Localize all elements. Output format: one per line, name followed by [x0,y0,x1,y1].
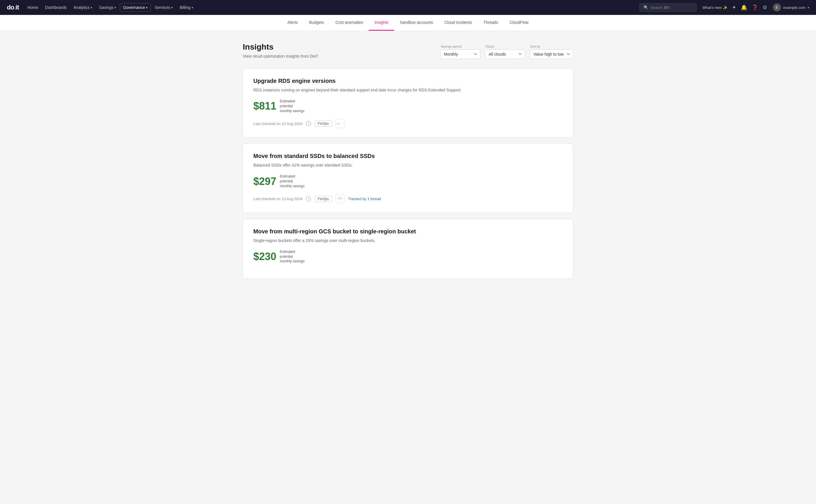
thread-link-2[interactable]: Tracked by 1 thread [348,197,381,201]
page-title: Insights [243,42,319,52]
subnav-budgets[interactable]: Budgets [304,15,330,31]
savings-row-3: $230 Estimated potentialmonthly savings [253,249,563,264]
nav-home[interactable]: Home [24,3,41,11]
savings-period-label: Savings period [440,45,480,48]
savings-period-filter: Savings period Monthly Yearly [440,45,480,59]
sub-navigation: Alerts Budgets Cost anomalies Insights S… [0,15,816,31]
insight-card-1: Upgrade RDS engine versions RDS instance… [243,68,573,138]
card-footer-1: Last checked on 13 Aug 2024 i FinOps aws [253,119,563,128]
filters-section: Savings period Monthly Yearly Cloud All … [440,45,573,59]
nav-analytics[interactable]: Analytics ▾ [71,3,95,11]
billing-arrow-icon: ▾ [192,6,193,9]
page-header-section: Insights View cloud optimization Insight… [243,42,573,59]
insight-card-3: Move from multi-region GCS bucket to sin… [243,219,573,279]
savings-row-1: $811 Estimated potentialmonthly savings [253,99,563,113]
search-box[interactable]: 🔍 Search ⌘K [639,3,697,12]
savings-amount-1: $811 [253,100,276,112]
sort-by-label: Sort by [530,45,573,48]
gcp-badge-2 [335,194,345,204]
savings-amount-3: $230 [253,251,276,263]
help-icon[interactable]: ❓ [752,4,758,11]
user-menu[interactable]: E example.com ▾ [773,3,809,11]
top-navigation: do.it Home Dashboards Analytics ▾ Saving… [0,0,816,15]
insight-title-2: Move from standard SSDs to balanced SSDs [253,153,563,159]
services-arrow-icon: ▾ [171,6,173,9]
nav-icons: What's new ✨ ✦ 🔔 ❓ ⚙ E example.com ▾ [702,3,809,11]
search-icon: 🔍 [644,5,649,10]
subnav-sandbox-accounts[interactable]: Sandbox accounts [394,15,439,31]
page-header-left: Insights View cloud optimization Insight… [243,42,319,58]
savings-row-2: $297 Estimated potentialmonthly savings [253,174,563,188]
analytics-arrow-icon: ▾ [91,6,92,9]
nav-governance[interactable]: Governance ▾ [120,3,151,12]
subnav-cloudflow[interactable]: CloudFlow [504,15,534,31]
savings-label-1: Estimated potentialmonthly savings [280,99,309,113]
info-icon-2[interactable]: i [306,196,311,202]
sparkle-icon: ✨ [723,5,727,10]
insight-desc-3: Single-region buckets offer a 33% saving… [253,238,563,244]
nav-billing[interactable]: Billing ▾ [177,3,196,11]
insight-title-1: Upgrade RDS engine versions [253,78,563,84]
subnav-cloud-incidents[interactable]: Cloud incidents [439,15,478,31]
user-arrow-icon: ▾ [808,6,809,9]
insight-desc-1: RDS instances running on engines beyond … [253,87,563,93]
page-subtitle: View cloud optimization Insights from Do… [243,54,319,58]
savings-arrow-icon: ▾ [114,6,116,9]
info-icon-1[interactable]: i [306,121,311,126]
settings-icon[interactable]: ⚙ [763,4,767,11]
savings-label-2: Estimated potentialmonthly savings [280,174,309,188]
savings-amount-2: $297 [253,175,276,187]
magic-icon[interactable]: ✦ [732,4,736,11]
sort-by-select[interactable]: Value high to low Value low to high Newe… [530,49,573,59]
subnav-alerts[interactable]: Alerts [282,15,304,31]
subnav-insights[interactable]: Insights [369,15,394,31]
search-placeholder: Search ⌘K [651,5,670,10]
svg-point-2 [339,198,341,200]
bell-icon[interactable]: 🔔 [741,4,747,11]
avatar: E [773,3,781,11]
insight-title-3: Move from multi-region GCS bucket to sin… [253,228,563,235]
nav-savings[interactable]: Savings ▾ [96,3,119,11]
cloud-select[interactable]: All clouds AWS GCP Azure [485,49,525,59]
subnav-threads[interactable]: Threads [478,15,504,31]
insight-desc-2: Balanced SSDs offer 41% savings over sta… [253,162,563,168]
nav-services[interactable]: Services ▾ [152,3,175,11]
last-checked-2: Last checked on 13 Aug 2024 [253,197,302,201]
whats-new-button[interactable]: What's new ✨ [702,5,727,10]
insight-card-2: Move from standard SSDs to balanced SSDs… [243,143,573,213]
sort-by-filter: Sort by Value high to low Value low to h… [530,45,573,59]
governance-arrow-icon: ▾ [146,6,147,9]
cloud-label: Cloud [485,45,525,48]
main-content: Insights View cloud optimization Insight… [236,31,580,296]
svg-text:aws: aws [337,123,340,124]
card-footer-2: Last checked on 13 Aug 2024 i FinOps Tra… [253,194,563,204]
aws-badge-1: aws [335,119,345,128]
savings-period-select[interactable]: Monthly Yearly [440,49,480,59]
savings-label-3: Estimated potentialmonthly savings [280,249,309,264]
subnav-cost-anomalies[interactable]: Cost anomalies [330,15,369,31]
nav-dashboards[interactable]: Dashboards [42,3,70,11]
last-checked-1: Last checked on 13 Aug 2024 [253,122,302,126]
logo[interactable]: do.it [7,4,19,11]
finops-tag-1: FinOps [315,120,332,127]
finops-tag-2: FinOps [315,196,332,202]
cloud-filter: Cloud All clouds AWS GCP Azure [485,45,525,59]
